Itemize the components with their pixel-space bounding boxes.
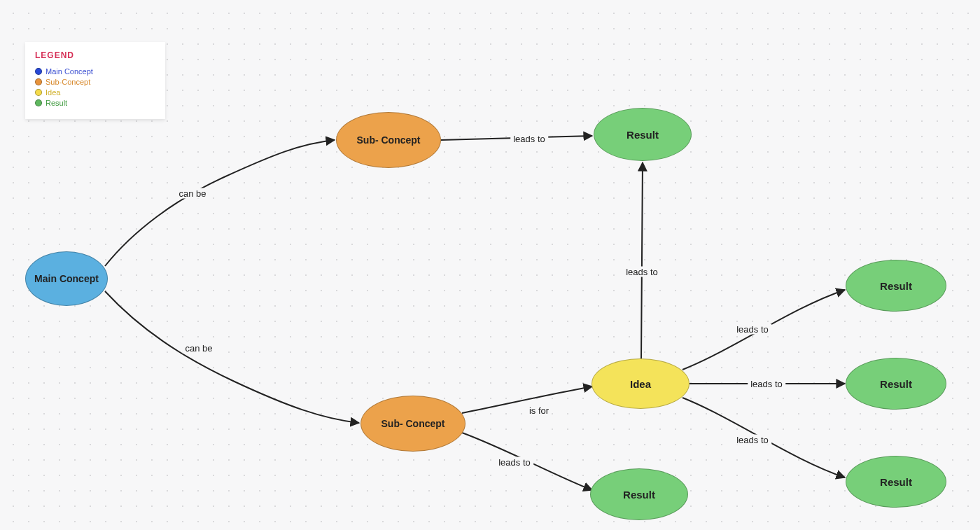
legend-item-sub: Sub-Concept [35,78,155,86]
edge-main-sub1[interactable] [105,140,335,266]
node-result2[interactable]: Result [590,468,688,520]
legend-item-result: Result [35,99,155,107]
legend-item-idea: Idea [35,88,155,97]
node-result3[interactable]: Result [846,260,946,312]
edge-label-main-sub1[interactable]: can be [176,188,209,199]
node-label-result5: Result [874,476,918,488]
node-result5[interactable]: Result [846,456,946,508]
node-idea[interactable]: Idea [592,358,690,409]
legend-label-result: Result [46,99,67,107]
node-label-result1: Result [621,129,664,141]
edge-label-sub2-result2[interactable]: leads to [496,457,533,468]
legend-swatch-idea [35,89,42,96]
edge-label-sub1-result1[interactable]: leads to [510,134,548,144]
edge-main-sub2[interactable] [105,291,359,423]
legend-title: LEGEND [35,50,155,60]
legend-item-main: Main Concept [35,67,155,76]
edge-label-idea-result1[interactable]: leads to [623,267,661,277]
legend-label-idea: Idea [46,88,60,97]
node-sub2[interactable]: Sub- Concept [360,396,465,452]
node-label-sub1: Sub- Concept [351,134,426,146]
node-label-result4: Result [874,378,918,390]
edge-label-idea-result3[interactable]: leads to [734,324,771,335]
legend-label-main: Main Concept [46,67,93,76]
legend-label-sub: Sub-Concept [46,78,90,86]
edge-label-idea-result4[interactable]: leads to [748,379,785,389]
edge-label-main-sub2[interactable]: can be [182,343,215,354]
node-result1[interactable]: Result [594,108,692,161]
node-label-result3: Result [874,280,918,292]
edge-idea-result1[interactable] [641,162,643,358]
node-label-sub2: Sub- Concept [376,418,451,429]
edge-label-sub2-idea[interactable]: is for [526,405,552,416]
node-label-main: Main Concept [29,273,104,284]
node-main[interactable]: Main Concept [25,251,108,306]
edge-label-idea-result5[interactable]: leads to [734,435,771,445]
node-label-idea: Idea [624,378,657,390]
legend-swatch-result [35,99,42,106]
legend-swatch-main [35,68,42,75]
node-result4[interactable]: Result [846,358,946,410]
legend-swatch-sub [35,78,42,85]
diagram-canvas[interactable]: LEGEND Main Concept Sub-Concept Idea Res… [0,0,980,530]
node-sub1[interactable]: Sub- Concept [336,112,441,168]
legend-panel: LEGEND Main Concept Sub-Concept Idea Res… [25,42,165,119]
node-label-result2: Result [617,489,661,501]
